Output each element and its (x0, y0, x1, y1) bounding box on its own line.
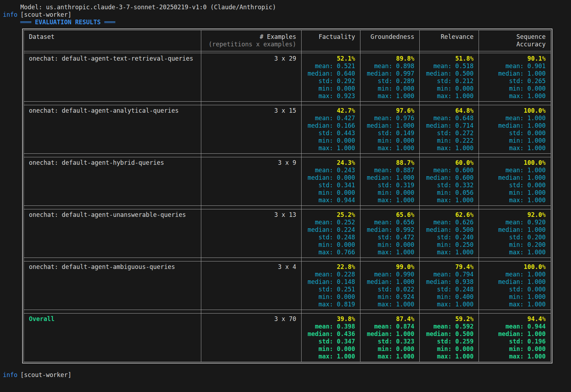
stat-mean-line: mean: 0.427 (307, 114, 355, 122)
stat-max-line: max: 1.000 (365, 92, 414, 100)
percent-line: 99.0% (365, 263, 414, 271)
stat-max-line: max: 0.923 (307, 92, 355, 100)
stat-median-line: median: 0.000 (307, 174, 355, 182)
stat-max-line: max: 1.000 (484, 92, 546, 100)
stat-min-line: min: 0.000 (307, 293, 355, 301)
stat-max-line: max: 0.944 (307, 197, 355, 204)
stat-mean-line: mean: 0.592 (425, 323, 474, 330)
stat-min-line: min: 1.000 (484, 293, 546, 301)
log-line-model: Model: us.anthropic.claude-3-7-sonnet-20… (3, 4, 571, 11)
stat-mean-line: mean: 0.794 (425, 271, 474, 278)
percent-value: 94.4 (527, 315, 542, 322)
log-level-info: info (3, 11, 20, 19)
examples-header-label: # Examples (206, 33, 296, 41)
column-header-examples: # Examples (repetitions x examples) (201, 30, 302, 51)
percent-value: 22.8 (337, 263, 352, 270)
metric-cell-relevance: 79.4% mean: 0.794 median: 0.938 std: 0.2… (420, 261, 479, 310)
percent-sign: % (470, 107, 474, 114)
dataset-name-cell: onechat: default-agent-ambiguous-queries (24, 261, 201, 310)
metric-cell-sequence-accuracy: 100.0% mean: 1.000 median: 1.000 std: 0.… (479, 261, 551, 310)
stat-std-line: std: 0.000 (484, 286, 546, 293)
percent-value: 65.6 (396, 211, 411, 218)
stat-min-line: min: 0.250 (425, 241, 474, 249)
percent-line: 64.8% (425, 107, 474, 114)
log-level-info: info (3, 371, 20, 379)
dataset-row: onechat: default-agent-text-retrieval-qu… (24, 53, 551, 102)
stat-min-line: min: 0.222 (425, 137, 474, 144)
metric-cell-factuality: 25.2% mean: 0.252 median: 0.224 std: 0.2… (302, 209, 360, 258)
percent-sign: % (352, 211, 355, 218)
stat-min-line: min: 0.056 (425, 189, 474, 197)
percent-value: 100.0 (524, 107, 542, 114)
stat-min-line: min: 0.000 (307, 85, 355, 92)
percent-line: 42.7% (307, 107, 355, 114)
stat-median-line: median: 0.500 (425, 70, 474, 77)
metric-cell-factuality: 24.3% mean: 0.243 median: 0.000 std: 0.3… (302, 157, 360, 206)
metric-cell-groundedness: 89.8% mean: 0.898 median: 0.997 std: 0.2… (360, 53, 420, 102)
stat-median-line: median: 0.500 (425, 226, 474, 234)
metric-cell-relevance: 59.2% mean: 0.592 median: 0.500 std: 0.2… (420, 314, 479, 362)
percent-sign: % (411, 263, 414, 270)
worker-tag: [scout-worker] (20, 11, 71, 19)
log-header: Model: us.anthropic.claude-3-7-sonnet-20… (3, 4, 571, 26)
percent-value: 64.8 (455, 107, 470, 114)
column-header-dataset: Dataset (24, 30, 201, 51)
percent-value: 39.8 (337, 315, 352, 322)
stat-mean-line: mean: 0.228 (307, 271, 355, 278)
stat-min-line: min: 1.000 (484, 189, 546, 197)
percent-line: 100.0% (484, 107, 546, 114)
dataset-row: onechat: default-agent-unanswerable-quer… (24, 209, 551, 258)
percent-sign: % (470, 211, 474, 218)
log-line-worker: info [scout-worker] (3, 11, 571, 19)
stat-mean-line: mean: 0.944 (484, 323, 546, 330)
percent-sign: % (411, 107, 414, 114)
percent-value: 42.7 (337, 107, 352, 114)
stat-mean-line: mean: 0.990 (365, 271, 414, 278)
metric-cell-sequence-accuracy: 94.4% mean: 0.944 median: 1.000 std: 0.1… (479, 314, 551, 362)
stat-max-line: max: 0.819 (307, 301, 355, 308)
percent-sign: % (542, 55, 546, 62)
metric-cell-sequence-accuracy: 100.0% mean: 1.000 median: 1.000 std: 0.… (479, 157, 551, 206)
percent-line: 100.0% (484, 159, 546, 167)
stat-min-line: min: 0.000 (307, 189, 355, 197)
stat-min-line: min: 0.400 (425, 293, 474, 301)
metric-cell-factuality: 22.8% mean: 0.228 median: 0.148 std: 0.2… (302, 261, 360, 310)
percent-sign: % (352, 55, 355, 62)
stat-max-line: max: 1.000 (425, 92, 474, 100)
stat-min-line: min: 0.000 (365, 189, 414, 197)
stat-min-line: min: 0.000 (307, 345, 355, 353)
stat-max-line: max: 1.000 (307, 353, 355, 360)
percent-line: 92.0% (484, 211, 546, 219)
stat-mean-line: mean: 0.656 (365, 219, 414, 226)
column-header-relevance: Relevance (420, 30, 479, 51)
stat-std-line: std: 0.200 (484, 234, 546, 241)
stat-min-line: min: 0.000 (365, 137, 414, 144)
stat-max-line: max: 1.000 (307, 144, 355, 152)
stat-median-line: median: 0.500 (425, 330, 474, 338)
stat-std-line: std: 0.251 (307, 286, 355, 293)
percent-line: 94.4% (484, 315, 546, 323)
percent-value: 92.0 (527, 211, 542, 218)
stat-std-line: std: 0.259 (425, 338, 474, 345)
percent-line: 22.8% (307, 263, 355, 271)
percent-sign: % (352, 263, 355, 270)
stat-min-line: min: 0.000 (307, 137, 355, 144)
stat-median-line: median: 1.000 (365, 122, 414, 129)
stat-std-line: std: 0.240 (425, 234, 474, 241)
stat-max-line: max: 1.000 (365, 301, 414, 308)
stat-min-line: min: 0.000 (365, 85, 414, 92)
dataset-row: onechat: default-agent-analytical-querie… (24, 105, 551, 154)
stat-std-line: std: 0.022 (365, 286, 414, 293)
stat-median-line: median: 1.000 (365, 174, 414, 182)
stat-min-line: min: 0.000 (365, 345, 414, 353)
percent-value: 100.0 (524, 159, 542, 166)
stat-max-line: max: 1.000 (425, 197, 474, 204)
metric-cell-sequence-accuracy: 90.1% mean: 0.901 median: 1.000 std: 0.2… (479, 53, 551, 102)
percent-line: 51.8% (425, 55, 474, 62)
stat-mean-line: mean: 0.252 (307, 219, 355, 226)
stat-min-line: min: 0.200 (484, 241, 546, 249)
metric-cell-sequence-accuracy: 100.0% mean: 1.000 median: 1.000 std: 0.… (479, 105, 551, 154)
stat-std-line: std: 0.196 (484, 338, 546, 345)
stat-std-line: std: 0.149 (365, 129, 414, 137)
row-separator-gap (24, 102, 551, 105)
